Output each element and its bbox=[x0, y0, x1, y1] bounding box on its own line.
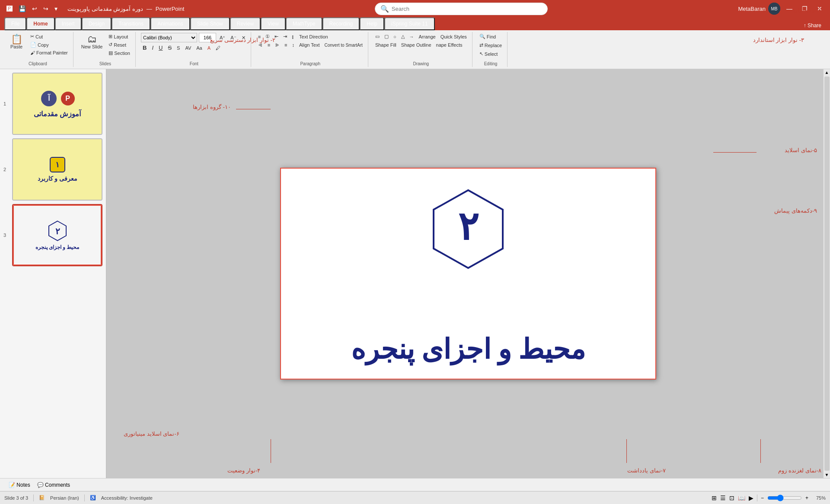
case-button[interactable]: Aa bbox=[195, 45, 204, 51]
slide-3-container: 3 ۲ محیط و اجزای پنجره bbox=[3, 204, 102, 266]
new-slide-button[interactable]: 🗂 New Slide bbox=[79, 33, 105, 51]
underline-button[interactable]: U bbox=[157, 44, 164, 52]
annotation-tool-groups: ۱۰- گروه ابزارها bbox=[193, 104, 231, 110]
slide-thumb-2[interactable]: ۱ معرفی و کاربرد bbox=[12, 138, 102, 201]
shape-rect-button[interactable]: ▭ bbox=[374, 33, 381, 40]
cut-button[interactable]: ✂ Cut bbox=[29, 33, 70, 40]
arrange-button[interactable]: Arrange bbox=[417, 33, 437, 40]
slides-secondary: ⊞ Layout ↺ Reset ▤ Section bbox=[107, 33, 132, 57]
sep-line-3 bbox=[760, 439, 761, 463]
zoom-out-button[interactable]: − bbox=[761, 495, 764, 501]
char-spacing-button[interactable]: AV bbox=[183, 45, 193, 51]
search-input[interactable] bbox=[392, 6, 542, 12]
drawing-label: Drawing bbox=[413, 60, 429, 66]
customize-qa-button[interactable]: ▾ bbox=[52, 4, 60, 13]
scroll-down-button[interactable]: ▼ bbox=[824, 472, 830, 478]
undo-button[interactable]: ↩ bbox=[30, 4, 39, 13]
save-button[interactable]: 💾 bbox=[16, 4, 28, 13]
zoom-slider[interactable] bbox=[767, 494, 802, 501]
scrollbar-vertical[interactable]: ▲ ▼ bbox=[823, 69, 830, 478]
shape-oval-button[interactable]: ○ bbox=[392, 33, 398, 40]
format-painter-button[interactable]: 🖌 Format Painter bbox=[29, 49, 70, 56]
view-outline-button[interactable]: ☰ bbox=[720, 494, 726, 501]
copy-icon: 📄 bbox=[30, 42, 36, 48]
tab-slideshow[interactable]: Slide Show bbox=[190, 17, 230, 30]
tab-mathtype[interactable]: MathType bbox=[286, 17, 322, 30]
status-separator-3 bbox=[757, 494, 757, 501]
quick-styles-button[interactable]: Quick Styles bbox=[439, 33, 469, 40]
notes-button[interactable]: 📝 Notes bbox=[9, 482, 30, 488]
slide-thumb-3[interactable]: ۲ محیط و اجزای پنجره bbox=[12, 204, 102, 266]
layout-button[interactable]: ⊞ Layout bbox=[107, 33, 132, 40]
italic-button[interactable]: I bbox=[150, 44, 155, 52]
scroll-thumb[interactable] bbox=[824, 77, 830, 471]
tab-insert[interactable]: Insert bbox=[55, 17, 82, 30]
zoom-in-button[interactable]: + bbox=[805, 495, 808, 501]
shadow-button[interactable]: S bbox=[175, 45, 182, 51]
status-right: ⊞ ☰ ⊡ 📖 ▶ − + 75% bbox=[712, 494, 826, 501]
ribbon: 📋 Paste ✂ Cut 📄 Copy 🖌 Format Painter Cl… bbox=[0, 30, 830, 69]
status-bar: Slide 3 of 3 📔 Persian (Iran) ♿ Accessib… bbox=[0, 491, 830, 504]
reset-button[interactable]: ↺ Reset bbox=[107, 41, 132, 48]
tab-animations[interactable]: Animations bbox=[150, 17, 190, 30]
tab-help[interactable]: Help bbox=[360, 17, 384, 30]
tab-recording[interactable]: Recording bbox=[322, 17, 360, 30]
comments-button[interactable]: 💬 Comments bbox=[37, 482, 70, 488]
share-button[interactable]: ↑ Share bbox=[799, 21, 826, 30]
shape-rounded-button[interactable]: ▢ bbox=[383, 33, 390, 40]
new-slide-icon: 🗂 bbox=[87, 35, 97, 44]
replace-button[interactable]: ⇄ Replace bbox=[478, 41, 504, 49]
view-reading-button[interactable]: 📖 bbox=[738, 494, 745, 501]
font-color-button[interactable]: A bbox=[206, 45, 212, 51]
shape-arrow-button[interactable]: → bbox=[408, 33, 416, 40]
justify-button[interactable]: ≡ bbox=[283, 41, 289, 48]
columns-button[interactable]: ⫿ bbox=[290, 33, 296, 40]
shape-outline-button[interactable]: Shape Outline bbox=[399, 41, 433, 48]
view-normal-button[interactable]: ⊞ bbox=[712, 494, 717, 501]
title-bar-left: 🅿 💾 ↩ ↪ ▾ دوره آموزش مقدماتی پاورپوینت —… bbox=[4, 4, 184, 13]
paste-button[interactable]: 📋 Paste bbox=[6, 33, 27, 51]
select-button[interactable]: ↖ Select bbox=[478, 50, 500, 57]
shape-triangle-button[interactable]: △ bbox=[399, 33, 406, 40]
hexagon-shape: ۲ bbox=[425, 186, 511, 272]
align-text-button[interactable]: Align Text bbox=[297, 41, 322, 48]
scroll-up-button[interactable]: ▲ bbox=[824, 69, 830, 76]
layout-icon: ⊞ bbox=[109, 34, 112, 39]
font-name-select[interactable]: Calibri (Body) bbox=[141, 33, 197, 42]
ribbon-tabs: File Home Insert Design Transitions Anim… bbox=[0, 17, 830, 30]
text-direction-button[interactable]: Text Direction bbox=[297, 33, 330, 40]
slide-thumb-1[interactable]: آ P آموزش مقدماتی bbox=[12, 73, 102, 135]
tab-design[interactable]: Design bbox=[82, 17, 112, 30]
shape-effects-button[interactable]: nape Effects bbox=[434, 41, 464, 48]
section-button[interactable]: ▤ Section bbox=[107, 49, 132, 57]
slide3-hex-icon: ۲ bbox=[47, 220, 68, 242]
find-button[interactable]: 🔍 Find bbox=[478, 33, 498, 40]
view-slide-sorter-button[interactable]: ⊡ bbox=[729, 494, 734, 501]
tab-home[interactable]: Home bbox=[26, 17, 54, 30]
tab-transitions[interactable]: Transitions bbox=[112, 17, 150, 30]
copy-button[interactable]: 📄 Copy bbox=[29, 41, 70, 48]
indent-increase-button[interactable]: ⇥ bbox=[281, 33, 289, 40]
convert-smartart-button[interactable]: Convert to SmartArt bbox=[323, 42, 364, 48]
redo-button[interactable]: ↪ bbox=[41, 4, 51, 13]
p-logo: P bbox=[61, 92, 75, 105]
line-spacing-button[interactable]: ↕ bbox=[290, 41, 297, 48]
ribbon-group-slides: 🗂 New Slide ⊞ Layout ↺ Reset ▤ Section S… bbox=[75, 32, 136, 67]
bold-button[interactable]: B bbox=[141, 44, 148, 52]
search-bar[interactable]: 🔍 bbox=[375, 3, 548, 15]
strikethrough-button[interactable]: S bbox=[166, 44, 173, 52]
slide-main-text-container: محیط و اجزای پنجره bbox=[281, 333, 655, 366]
tab-ispring[interactable]: iSpring Suite 11 bbox=[384, 17, 435, 30]
view-slideshow-button[interactable]: ▶ bbox=[749, 494, 753, 501]
tab-view[interactable]: View bbox=[261, 17, 286, 30]
slide-canvas[interactable]: ۲ محیط و اجزای پنجره bbox=[280, 168, 656, 380]
tab-review[interactable]: Review bbox=[230, 17, 261, 30]
slide2-title: معرفی و کاربرد bbox=[38, 175, 77, 182]
tab-file[interactable]: File bbox=[4, 17, 26, 30]
app-icon-button[interactable]: 🅿 bbox=[4, 4, 15, 13]
slide1-title: آموزش مقدماتی bbox=[34, 110, 81, 118]
user-name: MetaBaran bbox=[738, 6, 766, 12]
highlight-button[interactable]: 🖊 bbox=[214, 45, 222, 51]
shape-fill-button[interactable]: Shape Fill bbox=[374, 41, 398, 48]
notes-icon: 📝 bbox=[9, 482, 15, 488]
